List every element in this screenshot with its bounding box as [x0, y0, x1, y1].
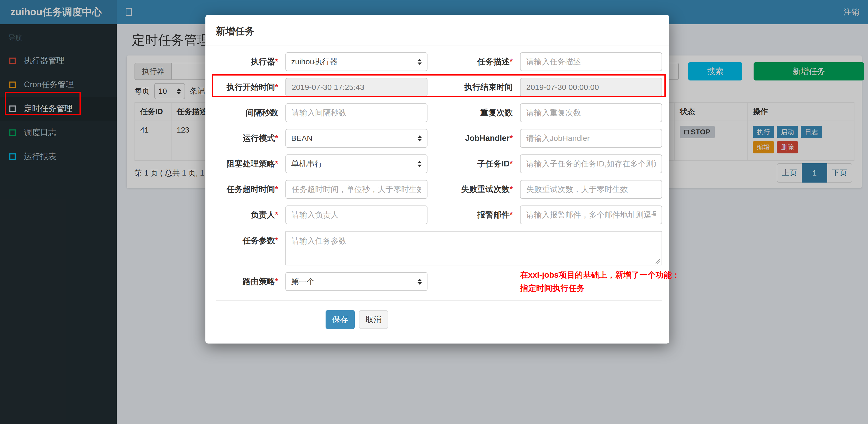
end-time-input[interactable]	[520, 78, 662, 97]
select-carets-icon	[417, 279, 422, 285]
fail-retry-input[interactable]	[520, 180, 662, 199]
glue-type-label: 运行模式*	[216, 133, 285, 144]
job-handler-input[interactable]	[520, 129, 662, 148]
route-strategy-select-value: 第一个	[291, 276, 315, 287]
job-param-label: 任务参数*	[216, 231, 285, 265]
job-param-textarea[interactable]	[285, 231, 662, 265]
end-time-label: 执行结束时间	[428, 82, 520, 93]
repeat-count-label: 重复次数	[428, 107, 520, 118]
glue-type-select[interactable]: BEAN	[285, 129, 428, 148]
executor-select-value: zuihou执行器	[291, 57, 338, 67]
block-strategy-select-value: 单机串行	[291, 159, 322, 169]
add-task-modal: 新增任务 执行器* zuihou执行器 任务描述* 执行开始时间* 执行结束时间	[206, 15, 670, 344]
row-job-param: 任务参数*	[216, 231, 662, 265]
executor-select[interactable]: zuihou执行器	[285, 52, 428, 71]
route-strategy-label: 路由策略*	[216, 276, 285, 287]
row-route-strategy: 路由策略* 第一个 在xxl-jobs项目的基础上，新增了一个功能： 指定时间执…	[216, 272, 662, 291]
alarm-email-label: 报警邮件*	[428, 209, 520, 220]
select-carets-icon	[417, 161, 422, 167]
row-gluetype-handler: 运行模式* BEAN JobHandler*	[216, 129, 662, 148]
executor-label: 执行器*	[216, 56, 285, 67]
timeout-input[interactable]	[285, 180, 428, 199]
modal-header: 新增任务	[206, 15, 670, 46]
fail-retry-label: 失败重试次数*	[428, 184, 520, 195]
interval-input[interactable]	[285, 103, 428, 122]
repeat-count-input[interactable]	[520, 103, 662, 122]
feature-note-line2: 指定时间执行任务	[520, 282, 680, 295]
select-carets-icon	[417, 59, 422, 65]
row-exec-times: 执行开始时间* 执行结束时间	[216, 78, 662, 97]
route-strategy-select[interactable]: 第一个	[285, 272, 428, 291]
select-carets-icon	[417, 135, 422, 141]
row-executor-desc: 执行器* zuihou执行器 任务描述*	[216, 52, 662, 71]
modal-body: 执行器* zuihou执行器 任务描述* 执行开始时间* 执行结束时间	[206, 46, 670, 329]
cancel-button[interactable]: 取消	[359, 310, 388, 329]
modal-title: 新增任务	[216, 25, 659, 38]
modal-footer: 保存 取消	[216, 301, 662, 329]
start-time-label: 执行开始时间*	[216, 82, 285, 93]
job-handler-label: JobHandler*	[428, 134, 520, 143]
job-desc-label: 任务描述*	[428, 56, 520, 67]
feature-note-line1: 在xxl-jobs项目的基础上，新增了一个功能：	[520, 268, 680, 282]
save-button[interactable]: 保存	[326, 310, 355, 329]
row-author-email: 负责人* 报警邮件*	[216, 205, 662, 224]
row-timeout-retry: 任务超时时间* 失败重试次数*	[216, 180, 662, 199]
start-time-input[interactable]	[285, 78, 428, 97]
row-block-childjob: 阻塞处理策略* 单机串行 子任务ID*	[216, 155, 662, 173]
timeout-label: 任务超时时间*	[216, 184, 285, 195]
interval-label: 间隔秒数	[216, 107, 285, 118]
feature-note: 在xxl-jobs项目的基础上，新增了一个功能： 指定时间执行任务	[520, 268, 680, 295]
author-label: 负责人*	[216, 209, 285, 220]
row-interval-repeat: 间隔秒数 重复次数	[216, 103, 662, 122]
child-job-id-input[interactable]	[520, 155, 662, 173]
glue-type-select-value: BEAN	[291, 134, 313, 143]
author-input[interactable]	[285, 205, 428, 224]
block-strategy-select[interactable]: 单机串行	[285, 155, 428, 173]
alarm-email-input[interactable]	[520, 205, 662, 224]
job-desc-input[interactable]	[520, 52, 662, 71]
child-job-id-label: 子任务ID*	[428, 158, 520, 169]
block-strategy-label: 阻塞处理策略*	[216, 158, 285, 169]
